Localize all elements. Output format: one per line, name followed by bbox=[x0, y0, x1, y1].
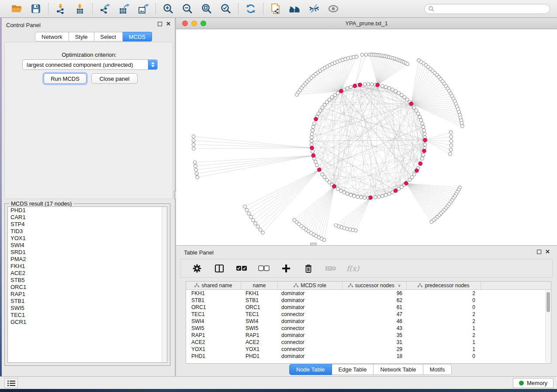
leaf-node[interactable] bbox=[293, 219, 296, 222]
network-node[interactable] bbox=[422, 154, 425, 157]
network-node[interactable] bbox=[397, 91, 401, 95]
table-cell[interactable]: ORC1 bbox=[186, 304, 241, 310]
table-cell[interactable]: 2 bbox=[407, 290, 481, 296]
network-node[interactable] bbox=[416, 112, 420, 116]
network-node[interactable] bbox=[323, 175, 326, 179]
table-cell[interactable]: dominator bbox=[278, 353, 343, 359]
table-cell[interactable]: 35 bbox=[343, 332, 407, 338]
search-input[interactable] bbox=[424, 4, 550, 14]
table-cell[interactable]: 18 bbox=[343, 353, 407, 359]
leaf-node[interactable] bbox=[251, 218, 255, 222]
leaf-node[interactable] bbox=[192, 143, 195, 146]
table-cell[interactable]: STB1 bbox=[186, 297, 241, 303]
network-node[interactable] bbox=[374, 196, 377, 199]
leaf-node[interactable] bbox=[192, 135, 195, 138]
mcds-result-item[interactable]: SWI5 bbox=[8, 305, 167, 312]
table-cell[interactable]: dominator bbox=[278, 318, 343, 324]
table-cell[interactable]: PHD1 bbox=[186, 353, 241, 359]
mcds-result-item[interactable]: FKH1 bbox=[8, 263, 167, 270]
table-cell[interactable]: 1 bbox=[407, 346, 481, 352]
network-node[interactable] bbox=[415, 109, 418, 113]
network-node[interactable] bbox=[403, 96, 406, 99]
network-node[interactable] bbox=[311, 129, 315, 132]
mcds-dominator-node[interactable] bbox=[422, 149, 426, 153]
mcds-result-item[interactable]: GCR1 bbox=[8, 319, 167, 326]
table-settings-gear-icon[interactable] bbox=[190, 262, 204, 275]
table-cell[interactable]: YOX1 bbox=[186, 346, 241, 352]
table-cell[interactable]: ACE2 bbox=[241, 339, 278, 345]
delete-column-trash-icon[interactable] bbox=[302, 262, 315, 275]
leaf-node[interactable] bbox=[249, 215, 253, 219]
delete-table-icon[interactable] bbox=[324, 262, 337, 275]
leaf-node[interactable] bbox=[406, 62, 409, 66]
table-cell[interactable]: ORC1 bbox=[241, 304, 278, 310]
table-cell[interactable]: FKH1 bbox=[186, 290, 241, 296]
network-node[interactable] bbox=[317, 112, 320, 116]
network-node[interactable] bbox=[310, 136, 313, 139]
mcds-dominator-node[interactable] bbox=[369, 196, 373, 200]
network-node[interactable] bbox=[370, 83, 374, 86]
column-header-predecessor-nodes[interactable]: predecessor nodes bbox=[407, 282, 481, 289]
table-row[interactable]: SWI5SWI5connector431 bbox=[186, 325, 551, 332]
leaf-node[interactable] bbox=[450, 135, 453, 138]
table-scrollbar-thumb[interactable] bbox=[547, 292, 550, 312]
table-row[interactable]: FKH1FKH1dominator962 bbox=[186, 290, 551, 297]
leaf-node[interactable] bbox=[247, 212, 251, 215]
mcds-result-item[interactable]: ACE2 bbox=[8, 270, 167, 277]
mcds-dominator-node[interactable] bbox=[394, 189, 398, 193]
network-node[interactable] bbox=[360, 196, 363, 199]
mcds-dominator-node[interactable] bbox=[423, 138, 427, 142]
table-cell[interactable]: 62 bbox=[343, 297, 407, 303]
network-node[interactable] bbox=[321, 106, 324, 110]
network-node[interactable] bbox=[339, 189, 343, 193]
network-node[interactable] bbox=[381, 84, 384, 88]
close-panel-icon[interactable]: ✕ bbox=[545, 250, 550, 254]
refresh-icon[interactable] bbox=[244, 2, 257, 15]
leaf-node[interactable] bbox=[192, 139, 195, 142]
table-cell[interactable]: 29 bbox=[343, 346, 407, 352]
table-cell[interactable]: 31 bbox=[343, 339, 407, 345]
select-all-icon[interactable] bbox=[235, 262, 248, 275]
network-node[interactable] bbox=[310, 132, 314, 136]
leaf-node[interactable] bbox=[450, 144, 453, 147]
table-cell[interactable]: RAP1 bbox=[186, 332, 241, 338]
leaf-node[interactable] bbox=[449, 152, 452, 156]
network-window-titlebar[interactable]: YPA_prune.txt_1 bbox=[176, 18, 557, 29]
network-node[interactable] bbox=[356, 195, 360, 199]
network-node[interactable] bbox=[311, 150, 315, 154]
network-node[interactable] bbox=[343, 191, 346, 194]
network-node[interactable] bbox=[318, 109, 322, 113]
zoom-out-icon[interactable] bbox=[181, 2, 194, 15]
neighbors-houses-icon[interactable] bbox=[288, 2, 301, 15]
table-cell[interactable]: RAP1 bbox=[241, 332, 278, 338]
open-session-icon[interactable] bbox=[10, 2, 23, 15]
network-node[interactable] bbox=[333, 93, 337, 97]
network-node[interactable] bbox=[336, 187, 340, 191]
table-cell[interactable]: SWI5 bbox=[241, 325, 278, 331]
mcds-result-item[interactable]: PMA2 bbox=[8, 256, 167, 263]
hide-selected-eye-slash-icon[interactable] bbox=[308, 2, 321, 15]
table-cell[interactable]: 0 bbox=[407, 304, 481, 310]
table-cell[interactable]: 46 bbox=[343, 318, 407, 324]
network-node[interactable] bbox=[412, 173, 416, 176]
leaf-node[interactable] bbox=[245, 208, 249, 212]
table-cell[interactable]: STB1 bbox=[241, 297, 278, 303]
add-column-plus-icon[interactable] bbox=[280, 262, 293, 275]
table-cell[interactable]: 61 bbox=[343, 304, 407, 310]
network-node[interactable] bbox=[422, 129, 426, 132]
tab-edge-table[interactable]: Edge Table bbox=[332, 364, 374, 375]
column-header-shared-name[interactable]: shared name bbox=[186, 282, 241, 289]
table-cell[interactable]: SWI5 bbox=[186, 325, 241, 331]
network-node[interactable] bbox=[384, 193, 387, 197]
network-node[interactable] bbox=[400, 185, 404, 189]
network-node[interactable] bbox=[384, 86, 387, 89]
criterion-dropdown[interactable]: largest connected component (undirected) bbox=[22, 59, 158, 70]
function-builder-icon[interactable]: f(x) bbox=[346, 264, 359, 273]
zoom-selected-icon[interactable] bbox=[219, 2, 232, 15]
network-node[interactable] bbox=[405, 98, 409, 101]
tab-node-table[interactable]: Node Table bbox=[289, 364, 332, 375]
mcds-dominator-node[interactable] bbox=[310, 146, 314, 150]
network-node[interactable] bbox=[325, 100, 329, 104]
network-node[interactable] bbox=[387, 192, 391, 196]
leaf-node[interactable] bbox=[192, 147, 196, 151]
